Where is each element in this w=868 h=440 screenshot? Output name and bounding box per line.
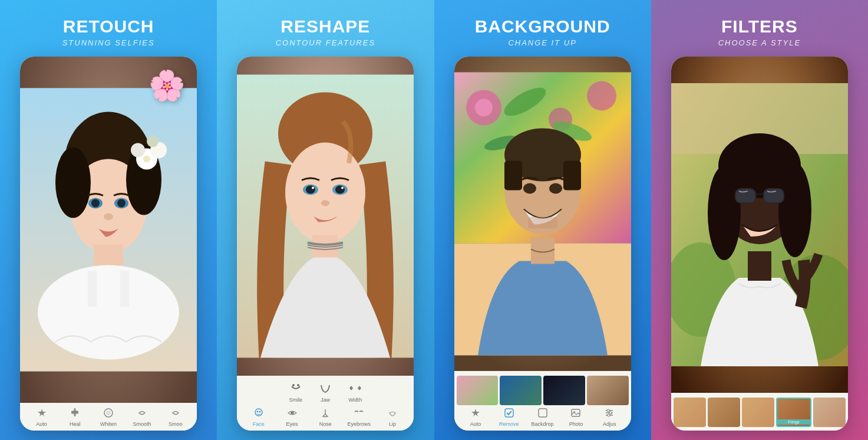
toolbar-item-eyebrows[interactable]: Eyebrows <box>346 408 372 427</box>
smile-icon <box>289 383 302 396</box>
filters-panel: FILTERS CHOOSE A STYLE <box>651 0 868 440</box>
retouch-person-svg <box>20 57 197 403</box>
svg-point-24 <box>285 143 365 243</box>
toolbar-item-auto[interactable]: Auto <box>29 408 55 427</box>
nose-icon <box>320 408 331 420</box>
remove-label: Remove <box>499 421 519 427</box>
toolbar-item-eyes[interactable]: Eyes <box>279 408 305 427</box>
svg-point-34 <box>297 384 299 386</box>
svg-rect-70 <box>748 251 771 281</box>
svg-point-63 <box>607 409 609 412</box>
bg-option-3[interactable] <box>543 376 585 405</box>
svg-point-17 <box>104 214 113 221</box>
bg-option-1[interactable] <box>457 376 499 405</box>
lip-icon <box>387 408 398 420</box>
face-label: Face <box>253 421 265 427</box>
toolbar-item-remove[interactable]: Remove <box>496 408 522 427</box>
eyebrows-label: Eyebrows <box>347 421 371 427</box>
slider-smile: Smile <box>289 383 303 403</box>
svg-point-65 <box>608 414 610 416</box>
auto-bg-icon <box>470 408 481 420</box>
toolbar-item-lip[interactable]: Lip <box>379 408 405 427</box>
filter-thumb-3[interactable] <box>742 398 774 427</box>
toolbar-item-adjust[interactable]: Adjus <box>596 408 622 427</box>
background-toolbar: Auto Remove Backdrop <box>454 371 631 431</box>
retouch-photo <box>20 57 197 403</box>
jaw-icon <box>319 383 332 396</box>
heal-label: Heal <box>70 421 81 427</box>
filters-phone-frame: Fringe <box>671 57 848 431</box>
background-person-svg <box>454 57 631 371</box>
whiten-icon <box>103 408 114 420</box>
toolbar-item-nose[interactable]: Nose <box>312 408 338 427</box>
auto-icon <box>37 408 47 420</box>
background-panel: BACKGROUND CHANGE IT UP <box>434 0 651 440</box>
filter-thumb-1[interactable] <box>674 398 706 427</box>
filter-thumb-fringe[interactable]: Fringe <box>776 398 811 427</box>
filter-strip: Fringe <box>674 398 846 427</box>
svg-rect-51 <box>504 161 522 191</box>
toolbar-item-smooth2[interactable]: Smoo <box>163 408 189 427</box>
whiten-label: Whiten <box>100 421 117 427</box>
svg-point-28 <box>306 186 315 194</box>
auto-label: Auto <box>36 421 47 427</box>
svg-point-21 <box>106 411 111 415</box>
svg-point-74 <box>778 163 811 257</box>
smooth-label: Smooth <box>133 421 151 427</box>
width-label: Width <box>348 397 362 403</box>
reshape-subtitle: CONTOUR FEATURES <box>276 38 375 47</box>
svg-rect-58 <box>572 409 580 416</box>
toolbar-item-whiten[interactable]: Whiten <box>95 408 121 427</box>
adjust-label: Adjus <box>603 421 616 427</box>
background-toolbar-items: Auto Remove Backdrop <box>457 408 629 427</box>
filters-toolbar: Fringe <box>671 393 848 431</box>
svg-point-11 <box>147 136 159 147</box>
svg-point-29 <box>335 186 345 194</box>
eyebrows-icon <box>354 408 364 420</box>
svg-point-53 <box>523 183 536 194</box>
toolbar-item-auto-bg[interactable]: Auto <box>463 408 489 427</box>
slider-width: Width <box>348 383 362 403</box>
nose-label: Nose <box>319 421 332 427</box>
retouch-toolbar: Auto Heal Whiten <box>20 403 197 431</box>
filters-subtitle: CHOOSE A STYLE <box>718 38 801 47</box>
toolbar-item-backdrop[interactable]: Backdrop <box>530 408 556 427</box>
reshape-panel: RESHAPE CONTOUR FEATURES <box>217 0 434 440</box>
bg-option-4[interactable] <box>587 376 629 405</box>
background-options-strip <box>457 376 629 405</box>
svg-rect-56 <box>505 409 513 417</box>
svg-rect-19 <box>120 271 129 307</box>
reshape-phone-frame: Smile Jaw Width <box>237 57 414 431</box>
backdrop-icon <box>537 408 548 420</box>
toolbar-item-smooth[interactable]: Smooth <box>129 408 155 427</box>
smile-label: Smile <box>289 397 303 403</box>
svg-point-5 <box>38 265 179 360</box>
background-title: BACKGROUND <box>475 17 610 36</box>
svg-point-16 <box>117 199 126 208</box>
auto-bg-label: Auto <box>470 421 481 427</box>
svg-rect-52 <box>563 161 581 191</box>
heal-icon <box>70 408 80 420</box>
reshape-toolbar-items: Face Eyes Nose <box>239 408 411 427</box>
filters-title: FILTERS <box>721 17 798 36</box>
toolbar-item-photo[interactable]: Photo <box>563 408 589 427</box>
svg-point-73 <box>708 166 741 260</box>
slider-jaw: Jaw <box>319 383 332 403</box>
filter-thumb-5[interactable] <box>813 398 846 427</box>
toolbar-item-face[interactable]: Face <box>246 408 272 427</box>
toolbar-item-heal[interactable]: Heal <box>62 408 88 427</box>
bg-option-2[interactable] <box>500 376 542 405</box>
reshape-toolbar: Smile Jaw Width <box>237 376 414 431</box>
reshape-sliders: Smile Jaw Width <box>239 380 411 405</box>
filter-thumb-2[interactable] <box>708 398 740 427</box>
svg-point-54 <box>549 183 562 194</box>
svg-point-12 <box>143 156 150 163</box>
jaw-label: Jaw <box>321 397 330 403</box>
photo-icon <box>570 408 581 420</box>
smooth-icon <box>137 408 147 420</box>
filters-photo <box>671 57 848 393</box>
photo-label: Photo <box>569 421 583 427</box>
svg-point-37 <box>259 411 260 413</box>
background-photo <box>454 57 631 371</box>
svg-point-31 <box>341 187 344 189</box>
